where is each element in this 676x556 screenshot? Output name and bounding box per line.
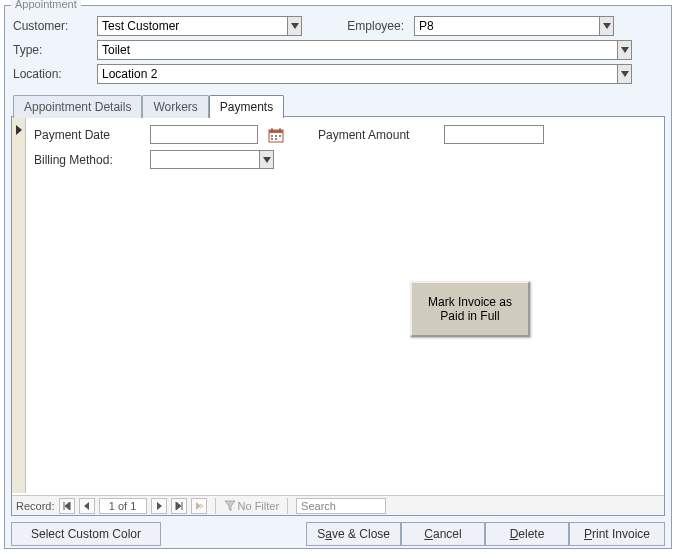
- nav-last-button[interactable]: [171, 498, 187, 514]
- record-position[interactable]: 1 of 1: [99, 498, 147, 514]
- type-input[interactable]: [98, 41, 617, 59]
- billing-method-input[interactable]: [151, 151, 259, 168]
- chevron-down-icon[interactable]: [287, 17, 301, 35]
- payments-form: Payment Date Payment Amoun: [30, 121, 660, 489]
- tab-bar: Appointment Details Workers Payments: [11, 94, 665, 117]
- payment-amount-label: Payment Amount: [318, 128, 438, 142]
- record-search-input[interactable]: Search: [296, 498, 386, 514]
- svg-rect-6: [279, 135, 281, 137]
- chevron-down-icon[interactable]: [259, 151, 273, 168]
- type-combo[interactable]: [97, 40, 632, 60]
- delete-button[interactable]: Delete: [485, 522, 569, 546]
- customer-input[interactable]: [98, 17, 287, 35]
- calendar-icon[interactable]: [268, 127, 284, 143]
- tab-payments[interactable]: Payments: [209, 95, 284, 118]
- record-navigator: Record: 1 of 1 No Filter: [12, 495, 664, 515]
- location-combo[interactable]: [97, 64, 632, 84]
- type-label: Type:: [11, 40, 95, 62]
- customer-label: Customer:: [11, 16, 95, 38]
- svg-rect-5: [275, 135, 277, 137]
- chevron-down-icon[interactable]: [599, 17, 613, 35]
- svg-rect-8: [275, 138, 277, 140]
- chevron-down-icon[interactable]: [617, 41, 631, 59]
- appointment-group: Appointment Customer: Employee: Type: Lo…: [4, 5, 672, 549]
- payment-date-label: Payment Date: [34, 128, 144, 142]
- chevron-down-icon[interactable]: [617, 65, 631, 83]
- no-filter-indicator: No Filter: [224, 500, 280, 512]
- svg-rect-7: [271, 138, 273, 140]
- employee-combo[interactable]: [414, 16, 614, 36]
- svg-rect-4: [271, 135, 273, 137]
- save-close-button[interactable]: Save & Close: [306, 522, 401, 546]
- payment-amount-input[interactable]: [444, 125, 544, 144]
- cancel-button[interactable]: Cancel: [401, 522, 485, 546]
- print-invoice-button[interactable]: Print Invoice: [569, 522, 665, 546]
- select-custom-color-button[interactable]: Select Custom Color: [11, 522, 161, 546]
- filter-icon: [224, 500, 236, 512]
- billing-method-combo[interactable]: [150, 150, 274, 169]
- svg-rect-1: [269, 130, 283, 133]
- nav-prev-button[interactable]: [79, 498, 95, 514]
- payment-date-input[interactable]: [150, 125, 258, 144]
- mark-paid-button[interactable]: Mark Invoice as Paid in Full: [410, 281, 530, 337]
- location-label: Location:: [11, 64, 95, 86]
- customer-combo[interactable]: [97, 16, 302, 36]
- tab-workers[interactable]: Workers: [142, 95, 208, 118]
- location-input[interactable]: [98, 65, 617, 83]
- nav-new-button[interactable]: [191, 498, 207, 514]
- record-label: Record:: [16, 500, 55, 512]
- nav-next-button[interactable]: [151, 498, 167, 514]
- footer-bar: Select Custom Color Save & Close Cancel …: [11, 522, 665, 546]
- record-selector[interactable]: [12, 117, 26, 493]
- nav-first-button[interactable]: [59, 498, 75, 514]
- group-title: Appointment: [11, 0, 81, 10]
- tab-appointment-details[interactable]: Appointment Details: [13, 95, 142, 118]
- employee-input[interactable]: [415, 17, 599, 35]
- header-area: Customer: Employee: Type: Location:: [11, 16, 665, 86]
- billing-method-label: Billing Method:: [34, 153, 144, 167]
- employee-label: Employee:: [322, 16, 412, 38]
- payments-panel: Payment Date Payment Amoun: [11, 116, 665, 516]
